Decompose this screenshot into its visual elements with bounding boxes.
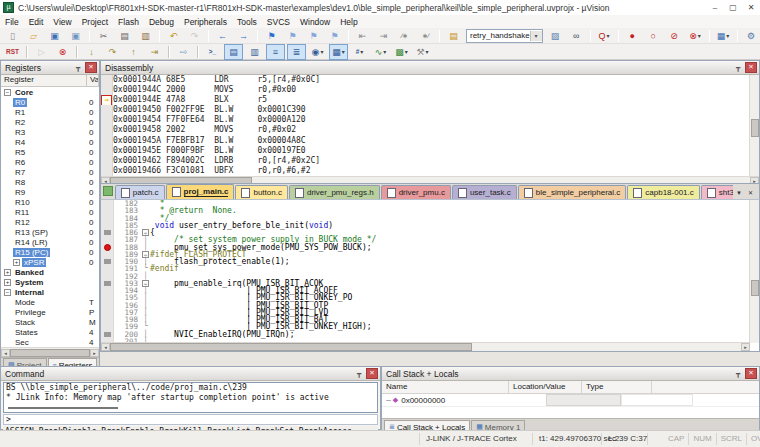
indent-button[interactable]: ⇥ — [374, 28, 393, 44]
scroll-right-icon[interactable]: ▸ — [90, 349, 99, 357]
step-button[interactable]: ↓ — [82, 44, 101, 60]
pin-icon[interactable]: ┳ — [354, 370, 364, 378]
register-row[interactable]: R00 — [1, 97, 99, 107]
code-line[interactable]: 200│ NVIC_EnableIRQ(PMU_IRQn); — [101, 331, 759, 338]
scrollbar-thumb[interactable] — [8, 407, 118, 409]
breakpoint-margin[interactable] — [101, 273, 114, 280]
close-icon[interactable]: ✕ — [745, 62, 757, 73]
breakpoint-margin[interactable] — [101, 294, 114, 301]
breakpoint-margin[interactable] — [101, 244, 114, 251]
register-row[interactable]: −Internal — [1, 287, 99, 297]
memory-window-button[interactable]: ▦▾ — [329, 44, 348, 60]
disassembly-line[interactable]: 0x00019454 F7F0FE64 BL.W 0x0000A120 — [101, 115, 759, 125]
register-row[interactable]: R100 — [1, 197, 99, 207]
run-button[interactable]: ▷ — [32, 44, 51, 60]
registers-hscrollbar[interactable]: ◂ ▸ — [1, 347, 99, 357]
disable-breakpoint-button[interactable]: ⊘ — [665, 28, 684, 44]
disassembly-vscrollbar[interactable] — [749, 75, 759, 176]
disassembly-line[interactable]: 0x00019462 F894002C LDRB r0,[r4,#0x2C] — [101, 156, 759, 166]
window-layout-button[interactable]: ▦▾ — [714, 28, 733, 44]
undo-button[interactable]: ↶ — [164, 28, 183, 44]
collapse-icon[interactable]: − — [4, 89, 11, 96]
enable-breakpoint-button[interactable]: ○ — [644, 28, 663, 44]
breakpoint-margin[interactable] — [101, 323, 114, 330]
close-window-button[interactable]: ✕ — [742, 1, 760, 14]
register-row[interactable]: StackM — [1, 317, 99, 327]
register-row[interactable]: R30 — [1, 127, 99, 137]
minimize-button[interactable]: – — [706, 1, 724, 14]
registers-window-button[interactable]: ≡ — [266, 44, 285, 60]
file-tab-button-c[interactable]: button.c — [235, 185, 287, 199]
breakpoint-margin[interactable] — [101, 316, 114, 323]
scroll-left-icon[interactable]: ◂ — [101, 343, 110, 351]
callstack-window-button[interactable]: ≣ — [287, 44, 306, 60]
breakpoint-margin[interactable] — [101, 258, 114, 265]
register-row[interactable]: ModeT — [1, 297, 99, 307]
file-tab-proj-main-c[interactable]: proj_main.c — [166, 184, 235, 199]
register-row[interactable]: R70 — [1, 167, 99, 177]
register-row[interactable]: +System — [1, 277, 99, 287]
menu-flash[interactable]: Flash — [113, 17, 144, 27]
file-tab-capb18-001-c[interactable]: capb18-001.c — [627, 185, 699, 199]
editor-hscrollbar[interactable]: ◂ ▸ — [101, 342, 750, 351]
file-tab-user-task-c[interactable]: user_task.c — [452, 185, 517, 199]
pin-icon[interactable]: ┳ — [73, 64, 83, 72]
breakpoint-margin[interactable] — [101, 229, 114, 236]
paste-button[interactable]: ▥ — [136, 28, 155, 44]
incremental-find-button[interactable]: Q▾ — [595, 28, 614, 44]
breakpoint-margin[interactable] — [101, 222, 114, 229]
type-column-label[interactable]: Type — [582, 381, 652, 393]
register-row[interactable]: States4 — [1, 327, 99, 337]
disassembly-gutter[interactable]: → — [101, 95, 113, 105]
command-window-button[interactable]: >_ — [203, 44, 222, 60]
find-in-files-button[interactable]: ▨ — [546, 28, 565, 44]
run-to-line-button[interactable]: ⇥ — [145, 44, 164, 60]
scrollbar-thumb[interactable] — [751, 280, 759, 296]
close-file-icon[interactable]: ✕ — [745, 189, 756, 196]
callstack-row[interactable]: —◆0x00000000 — [382, 394, 759, 407]
watch-window-button[interactable]: ◉▾ — [308, 44, 327, 60]
disassembly-line[interactable]: 0x0001945A F7EBFB17 BL.W 0x00004A8C — [101, 136, 759, 146]
name-column-label[interactable]: Name — [382, 381, 509, 393]
dropdown-caret-icon[interactable]: ▾ — [405, 48, 408, 55]
menu-edit[interactable]: Edit — [24, 17, 49, 27]
menu-view[interactable]: View — [48, 17, 76, 27]
breakpoint-margin[interactable] — [101, 302, 114, 309]
menu-help[interactable]: Help — [335, 17, 362, 27]
register-row[interactable]: R110 — [1, 207, 99, 217]
file-tab-driver-pmu-c[interactable]: driver_pmu.c — [381, 185, 451, 199]
disassembly-gutter[interactable] — [101, 166, 113, 176]
value-column-label[interactable]: Value — [87, 75, 99, 86]
code-line[interactable]: 190│ flash_protect_enable(1); — [101, 258, 759, 265]
register-row[interactable]: R15 (PC)0 — [1, 247, 99, 257]
copy-button[interactable]: ▤ — [115, 28, 134, 44]
breakpoint-margin[interactable] — [101, 207, 114, 214]
code-line[interactable]: 185 void user_entry_before_ble_init(void… — [101, 222, 759, 229]
pin-icon[interactable]: ┳ — [733, 64, 743, 72]
toggle-bookmark-button[interactable]: ⚑ — [262, 28, 281, 44]
scroll-right-icon[interactable]: ▸ — [741, 343, 750, 351]
menu-window[interactable]: Window — [295, 17, 335, 27]
register-row[interactable]: +xPSR0 — [1, 257, 99, 267]
scrollbar-thumb[interactable] — [751, 119, 759, 137]
maximize-button[interactable]: ▢ — [724, 1, 742, 14]
combobox-dropdown-icon[interactable]: ▾ — [530, 31, 542, 41]
dropdown-caret-icon[interactable]: ▾ — [383, 48, 386, 55]
step-over-button[interactable]: ↷ — [103, 44, 122, 60]
comment-button[interactable]: ∕∗ — [395, 28, 414, 44]
disassembly-line[interactable]: 0x0001944C 2000 MOVS r0,#0x00 — [101, 85, 759, 95]
dropdown-caret-icon[interactable]: ▾ — [426, 48, 429, 55]
file-tab-driver-pmu-regs-h[interactable]: driver_pmu_regs.h — [289, 185, 380, 199]
register-column-label[interactable]: Register — [1, 75, 87, 86]
close-icon[interactable]: ✕ — [366, 368, 378, 379]
menu-svcs[interactable]: SVCS — [262, 17, 295, 27]
uncomment-button[interactable]: ∗∕ — [416, 28, 435, 44]
dropdown-caret-icon[interactable]: ▾ — [342, 48, 345, 55]
file-tab-patch-c[interactable]: patch.c — [115, 185, 165, 199]
disassembly-gutter[interactable] — [101, 146, 113, 156]
file-tab-ble-simple-peripheral-c[interactable]: ble_simple_peripheral.c — [518, 185, 627, 199]
register-row[interactable]: PrivilegeP — [1, 307, 99, 317]
disassembly-line[interactable]: 0x0001945E F000F9BF BL.W 0x000197E0 — [101, 146, 759, 156]
register-row[interactable]: −Core — [1, 87, 99, 97]
next-bookmark-button[interactable]: ⚑ — [304, 28, 323, 44]
